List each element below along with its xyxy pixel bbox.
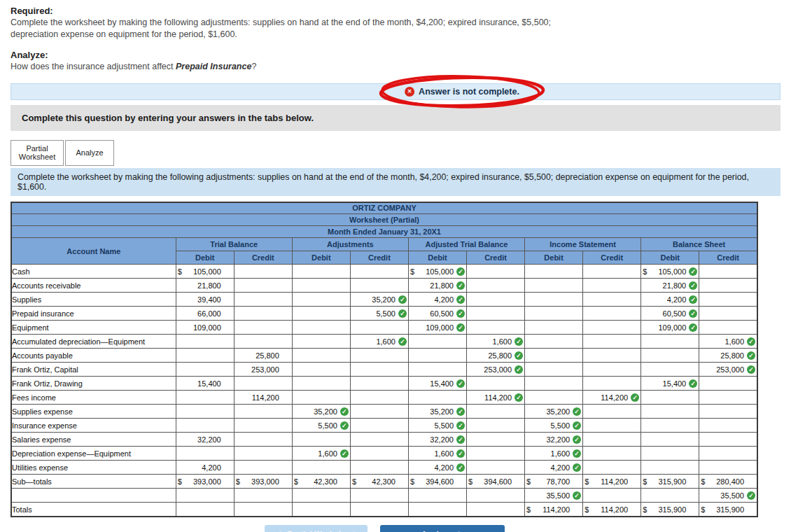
amount-cell[interactable]: 253,000 — [467, 363, 525, 377]
check-icon — [456, 463, 465, 472]
amount-cell[interactable]: 114,200 — [583, 391, 641, 405]
amount-cell — [525, 335, 583, 349]
amount-cell[interactable]: 4,200 — [408, 293, 466, 307]
amount-cell[interactable]: 21,800 — [408, 279, 466, 293]
amount-cell[interactable]: 35,200 — [408, 405, 466, 419]
amount-cell[interactable]: $105,000 — [408, 265, 466, 279]
amount-cell — [292, 489, 350, 503]
amount-cell[interactable]: 1,600 — [292, 447, 350, 461]
amount-cell[interactable]: 4,200 — [408, 461, 466, 475]
amount-cell[interactable]: 4,200 — [525, 461, 583, 475]
amount-cell — [583, 321, 641, 335]
group-income-statement: Income Statement — [525, 238, 641, 251]
amount-value: 35,500 — [546, 491, 570, 500]
amount-cell — [350, 433, 408, 447]
check-icon — [573, 463, 581, 472]
amount-cell[interactable]: 109,000 — [641, 321, 699, 335]
amount-value: 114,200 — [601, 393, 628, 402]
group-adjusted-trial-balance: Adjusted Trial Balance — [408, 238, 524, 251]
account-name-cell: Equipment — [11, 321, 176, 335]
amount-value: 253,000 — [251, 365, 279, 374]
amount-cell: $114,200 — [525, 503, 583, 517]
amount-cell — [292, 377, 350, 391]
amount-cell[interactable]: 15,400 — [641, 377, 699, 391]
check-icon — [456, 281, 465, 290]
dollar-sign: $ — [701, 477, 705, 486]
amount-cell[interactable]: 1,600 — [525, 447, 583, 461]
dollar-sign: $ — [178, 477, 182, 486]
amount-cell — [467, 503, 525, 517]
amount-cell[interactable]: 109,000 — [408, 321, 466, 335]
credit-header: Credit — [699, 251, 757, 265]
amount-cell[interactable]: 25,800 — [699, 349, 757, 363]
amount-cell[interactable]: 35,200 — [525, 405, 583, 419]
amount-cell — [641, 447, 699, 461]
amount-cell[interactable]: 5,500 — [292, 419, 350, 433]
table-row: 35,50035,500 — [11, 489, 757, 503]
amount-cell — [583, 447, 641, 461]
table-row: Fees income114,200114,200114,200 — [11, 391, 757, 405]
amount-cell[interactable]: 1,600 — [350, 335, 408, 349]
amount-cell[interactable]: 15,400 — [408, 377, 466, 391]
amount-cell[interactable]: 1,600 — [408, 447, 466, 461]
amount-cell: $114,200 — [583, 475, 641, 489]
prev-button[interactable]: < Partial Worksheet — [265, 525, 368, 532]
amount-cell[interactable]: 114,200 — [467, 391, 525, 405]
analyze-section: Analyze: How does the insurance adjustme… — [10, 50, 780, 73]
amount-cell — [699, 461, 757, 475]
table-row: Supplies39,40035,2004,2004,200 — [11, 293, 757, 307]
amount-cell[interactable]: 35,200 — [350, 293, 408, 307]
amount-value: 15,400 — [197, 379, 221, 388]
amount-cell: $393,000 — [176, 475, 234, 489]
amount-cell[interactable]: 5,500 — [350, 307, 408, 321]
amount-cell[interactable]: 253,000 — [699, 363, 757, 377]
amount-cell[interactable]: 5,500 — [408, 419, 466, 433]
amount-cell[interactable]: 60,500 — [641, 307, 699, 321]
amount-cell[interactable]: 1,600 — [467, 335, 525, 349]
account-name-cell: Totals — [11, 503, 176, 517]
amount-cell[interactable]: 35,200 — [292, 405, 350, 419]
amount-value: 280,400 — [716, 477, 744, 486]
check-icon — [398, 295, 407, 304]
required-label: Required: — [10, 6, 780, 16]
amount-cell: 109,000 — [176, 321, 234, 335]
amount-cell — [234, 279, 292, 293]
amount-cell[interactable]: 25,800 — [467, 349, 525, 363]
table-row: Utilities expense4,2004,2004,200 — [11, 461, 757, 475]
table-row: Frank Ortiz, Capital253,000253,000253,00… — [11, 363, 757, 377]
amount-cell[interactable]: 35,500 — [525, 489, 583, 503]
amount-cell[interactable]: 32,200 — [525, 433, 583, 447]
debit-header: Debit — [408, 251, 466, 265]
tab-analyze[interactable]: Analyze — [65, 140, 114, 166]
next-button[interactable]: Analyze > — [380, 525, 505, 532]
amount-cell — [641, 405, 699, 419]
amount-cell — [641, 391, 699, 405]
amount-value: 60,500 — [430, 309, 454, 318]
amount-cell: 4,200 — [176, 461, 234, 475]
amount-cell[interactable]: 21,800 — [641, 279, 699, 293]
amount-cell[interactable]: 35,500 — [699, 489, 757, 503]
amount-cell: $315,900 — [641, 475, 699, 489]
amount-cell — [350, 391, 408, 405]
account-name-cell: Depreciation expense—Equipment — [11, 447, 176, 461]
amount-cell[interactable]: 60,500 — [408, 307, 466, 321]
amount-cell — [641, 433, 699, 447]
check-icon — [689, 267, 697, 276]
table-row: Cash$105,000$105,000$105,000 — [11, 265, 757, 279]
amount-cell — [467, 461, 525, 475]
tab-partial-worksheet[interactable]: Partial Worksheet — [10, 140, 64, 166]
amount-value: 393,000 — [193, 477, 221, 486]
amount-cell[interactable]: 5,500 — [525, 419, 583, 433]
amount-cell: $42,300 — [350, 475, 408, 489]
amount-cell[interactable]: 32,200 — [408, 433, 466, 447]
amount-cell — [467, 489, 525, 503]
amount-cell[interactable]: $105,000 — [641, 265, 699, 279]
amount-cell — [234, 461, 292, 475]
account-name-cell: Salaries expense — [11, 433, 176, 447]
amount-cell[interactable]: 1,600 — [699, 335, 757, 349]
amount-value: 35,200 — [372, 295, 396, 304]
amount-value: 35,500 — [720, 491, 744, 500]
check-icon — [747, 351, 755, 360]
account-name-cell: Frank Ortiz, Drawing — [11, 377, 176, 391]
amount-cell[interactable]: 4,200 — [641, 293, 699, 307]
